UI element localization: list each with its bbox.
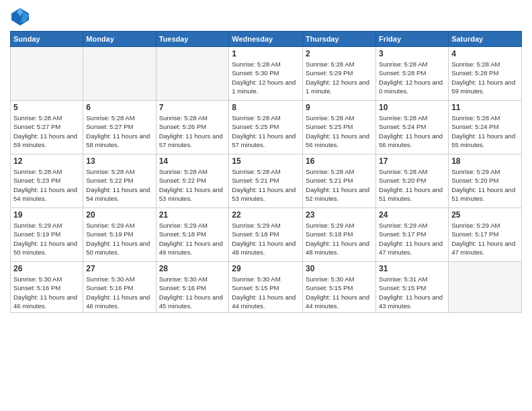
calendar-cell: 19Sunrise: 5:29 AM Sunset: 5:19 PM Dayli… bbox=[11, 208, 83, 262]
calendar-cell: 12Sunrise: 5:28 AM Sunset: 5:23 PM Dayli… bbox=[11, 154, 83, 208]
calendar-cell: 7Sunrise: 5:28 AM Sunset: 5:26 PM Daylig… bbox=[156, 101, 229, 154]
calendar-cell: 15Sunrise: 5:28 AM Sunset: 5:21 PM Dayli… bbox=[229, 154, 303, 208]
day-info: Sunrise: 5:30 AM Sunset: 5:16 PM Dayligh… bbox=[13, 275, 80, 310]
day-number: 17 bbox=[379, 156, 445, 166]
calendar-cell: 26Sunrise: 5:30 AM Sunset: 5:16 PM Dayli… bbox=[11, 262, 83, 313]
logo bbox=[10, 7, 33, 27]
calendar-cell: 20Sunrise: 5:29 AM Sunset: 5:19 PM Dayli… bbox=[83, 208, 156, 262]
calendar-cell: 28Sunrise: 5:30 AM Sunset: 5:16 PM Dayli… bbox=[156, 262, 229, 313]
calendar-cell: 17Sunrise: 5:28 AM Sunset: 5:20 PM Dayli… bbox=[376, 154, 449, 208]
weekday-header-friday: Friday bbox=[376, 32, 449, 47]
day-info: Sunrise: 5:28 AM Sunset: 5:29 PM Dayligh… bbox=[306, 60, 373, 95]
calendar-cell bbox=[449, 262, 522, 313]
day-info: Sunrise: 5:28 AM Sunset: 5:24 PM Dayligh… bbox=[451, 113, 519, 149]
day-number: 25 bbox=[451, 210, 519, 220]
calendar-cell: 6Sunrise: 5:28 AM Sunset: 5:27 PM Daylig… bbox=[83, 101, 156, 154]
week-row-1: 1Sunrise: 5:28 AM Sunset: 5:30 PM Daylig… bbox=[11, 47, 522, 101]
logo-icon bbox=[10, 7, 30, 27]
calendar-cell: 18Sunrise: 5:29 AM Sunset: 5:20 PM Dayli… bbox=[449, 154, 522, 208]
weekday-header-tuesday: Tuesday bbox=[156, 32, 229, 47]
day-number: 27 bbox=[86, 264, 152, 273]
day-number: 13 bbox=[86, 156, 152, 166]
day-number: 9 bbox=[306, 103, 373, 112]
calendar-cell: 4Sunrise: 5:28 AM Sunset: 5:28 PM Daylig… bbox=[449, 47, 522, 101]
day-info: Sunrise: 5:29 AM Sunset: 5:18 PM Dayligh… bbox=[306, 221, 373, 257]
calendar-cell: 23Sunrise: 5:29 AM Sunset: 5:18 PM Dayli… bbox=[303, 208, 376, 262]
calendar-cell: 24Sunrise: 5:29 AM Sunset: 5:17 PM Dayli… bbox=[376, 208, 449, 262]
day-info: Sunrise: 5:28 AM Sunset: 5:22 PM Dayligh… bbox=[159, 167, 226, 203]
day-number: 6 bbox=[86, 103, 152, 112]
weekday-header-monday: Monday bbox=[83, 32, 156, 47]
day-info: Sunrise: 5:28 AM Sunset: 5:21 PM Dayligh… bbox=[306, 167, 373, 203]
calendar-cell bbox=[156, 47, 229, 101]
day-number: 5 bbox=[13, 103, 80, 112]
calendar-cell: 29Sunrise: 5:30 AM Sunset: 5:15 PM Dayli… bbox=[229, 262, 303, 313]
weekday-header-wednesday: Wednesday bbox=[229, 32, 303, 47]
calendar-cell: 22Sunrise: 5:29 AM Sunset: 5:18 PM Dayli… bbox=[229, 208, 303, 262]
day-number: 7 bbox=[159, 103, 226, 112]
day-info: Sunrise: 5:28 AM Sunset: 5:27 PM Dayligh… bbox=[13, 113, 80, 149]
calendar-cell bbox=[11, 47, 83, 101]
day-info: Sunrise: 5:28 AM Sunset: 5:28 PM Dayligh… bbox=[379, 60, 445, 95]
day-number: 30 bbox=[306, 264, 373, 273]
day-number: 23 bbox=[306, 210, 373, 220]
day-info: Sunrise: 5:29 AM Sunset: 5:17 PM Dayligh… bbox=[451, 221, 519, 257]
day-number: 26 bbox=[13, 264, 80, 273]
week-row-4: 19Sunrise: 5:29 AM Sunset: 5:19 PM Dayli… bbox=[11, 208, 522, 262]
day-info: Sunrise: 5:28 AM Sunset: 5:20 PM Dayligh… bbox=[379, 167, 445, 203]
calendar-cell: 16Sunrise: 5:28 AM Sunset: 5:21 PM Dayli… bbox=[303, 154, 376, 208]
day-number: 14 bbox=[159, 156, 226, 166]
day-info: Sunrise: 5:28 AM Sunset: 5:30 PM Dayligh… bbox=[232, 60, 300, 95]
day-info: Sunrise: 5:28 AM Sunset: 5:23 PM Dayligh… bbox=[13, 167, 80, 203]
day-number: 12 bbox=[13, 156, 80, 166]
day-number: 31 bbox=[379, 264, 445, 273]
calendar-cell: 5Sunrise: 5:28 AM Sunset: 5:27 PM Daylig… bbox=[11, 101, 83, 154]
weekday-header-thursday: Thursday bbox=[303, 32, 376, 47]
calendar: SundayMondayTuesdayWednesdayThursdayFrid… bbox=[10, 31, 522, 313]
calendar-cell: 25Sunrise: 5:29 AM Sunset: 5:17 PM Dayli… bbox=[449, 208, 522, 262]
day-info: Sunrise: 5:30 AM Sunset: 5:15 PM Dayligh… bbox=[232, 275, 300, 310]
day-number: 24 bbox=[379, 210, 445, 220]
day-number: 15 bbox=[232, 156, 300, 166]
day-number: 10 bbox=[379, 103, 445, 112]
calendar-cell: 13Sunrise: 5:28 AM Sunset: 5:22 PM Dayli… bbox=[83, 154, 156, 208]
day-info: Sunrise: 5:29 AM Sunset: 5:17 PM Dayligh… bbox=[379, 221, 445, 257]
day-number: 18 bbox=[451, 156, 519, 166]
day-number: 4 bbox=[451, 49, 519, 58]
day-number: 29 bbox=[232, 264, 300, 273]
day-info: Sunrise: 5:28 AM Sunset: 5:22 PM Dayligh… bbox=[86, 167, 152, 203]
weekday-header-sunday: Sunday bbox=[11, 32, 83, 47]
day-number: 19 bbox=[13, 210, 80, 220]
calendar-cell: 9Sunrise: 5:28 AM Sunset: 5:25 PM Daylig… bbox=[303, 101, 376, 154]
calendar-cell: 30Sunrise: 5:30 AM Sunset: 5:15 PM Dayli… bbox=[303, 262, 376, 313]
day-info: Sunrise: 5:28 AM Sunset: 5:25 PM Dayligh… bbox=[232, 113, 300, 149]
weekday-header-row: SundayMondayTuesdayWednesdayThursdayFrid… bbox=[11, 32, 522, 47]
day-number: 16 bbox=[306, 156, 373, 166]
calendar-cell: 2Sunrise: 5:28 AM Sunset: 5:29 PM Daylig… bbox=[303, 47, 376, 101]
day-number: 20 bbox=[86, 210, 152, 220]
day-number: 22 bbox=[232, 210, 300, 220]
calendar-cell: 27Sunrise: 5:30 AM Sunset: 5:16 PM Dayli… bbox=[83, 262, 156, 313]
day-info: Sunrise: 5:29 AM Sunset: 5:18 PM Dayligh… bbox=[159, 221, 226, 257]
calendar-cell: 8Sunrise: 5:28 AM Sunset: 5:25 PM Daylig… bbox=[229, 101, 303, 154]
day-info: Sunrise: 5:28 AM Sunset: 5:21 PM Dayligh… bbox=[232, 167, 300, 203]
week-row-5: 26Sunrise: 5:30 AM Sunset: 5:16 PM Dayli… bbox=[11, 262, 522, 313]
day-info: Sunrise: 5:30 AM Sunset: 5:15 PM Dayligh… bbox=[306, 275, 373, 310]
calendar-cell bbox=[83, 47, 156, 101]
day-number: 21 bbox=[159, 210, 226, 220]
calendar-cell: 11Sunrise: 5:28 AM Sunset: 5:24 PM Dayli… bbox=[449, 101, 522, 154]
day-info: Sunrise: 5:29 AM Sunset: 5:19 PM Dayligh… bbox=[13, 221, 80, 257]
day-info: Sunrise: 5:30 AM Sunset: 5:16 PM Dayligh… bbox=[86, 275, 152, 310]
calendar-cell: 21Sunrise: 5:29 AM Sunset: 5:18 PM Dayli… bbox=[156, 208, 229, 262]
day-info: Sunrise: 5:29 AM Sunset: 5:18 PM Dayligh… bbox=[232, 221, 300, 257]
header bbox=[10, 7, 522, 27]
day-info: Sunrise: 5:28 AM Sunset: 5:26 PM Dayligh… bbox=[159, 113, 226, 149]
calendar-cell: 31Sunrise: 5:31 AM Sunset: 5:15 PM Dayli… bbox=[376, 262, 449, 313]
calendar-cell: 1Sunrise: 5:28 AM Sunset: 5:30 PM Daylig… bbox=[229, 47, 303, 101]
day-info: Sunrise: 5:31 AM Sunset: 5:15 PM Dayligh… bbox=[379, 275, 445, 310]
day-info: Sunrise: 5:28 AM Sunset: 5:24 PM Dayligh… bbox=[379, 113, 445, 149]
day-number: 11 bbox=[451, 103, 519, 112]
day-number: 28 bbox=[159, 264, 226, 273]
day-number: 1 bbox=[232, 49, 300, 58]
day-info: Sunrise: 5:29 AM Sunset: 5:20 PM Dayligh… bbox=[451, 167, 519, 203]
